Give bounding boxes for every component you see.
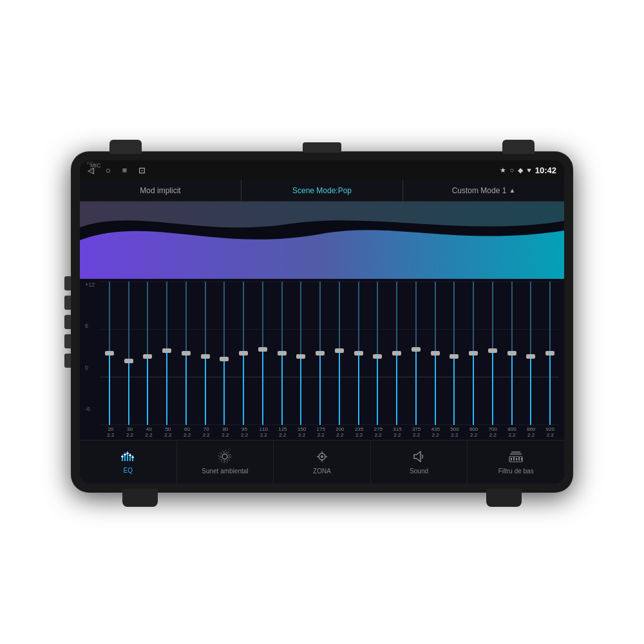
slider-thumb-21[interactable]: [507, 351, 516, 355]
slider-col-5[interactable]: [196, 281, 214, 425]
slider-col-3[interactable]: [158, 281, 176, 425]
slider-thumb-23[interactable]: [545, 351, 554, 355]
slider-col-2[interactable]: [139, 281, 157, 425]
slider-track-8[interactable]: [262, 281, 263, 425]
nav-item-eq[interactable]: EQ: [80, 440, 177, 484]
svg-point-11: [220, 452, 229, 461]
slider-thumb-15[interactable]: [392, 351, 401, 355]
q-val-6: 2.2: [222, 432, 229, 439]
slider-thumb-13[interactable]: [354, 351, 363, 355]
slider-thumb-16[interactable]: [412, 347, 421, 352]
slider-thumb-22[interactable]: [526, 354, 535, 359]
q-val-8: 2.2: [260, 432, 267, 439]
slider-col-12[interactable]: [330, 281, 348, 425]
slider-col-20[interactable]: [484, 281, 502, 425]
slider-thumb-19[interactable]: [469, 351, 478, 355]
svg-rect-6: [124, 454, 126, 455]
nav-item-sound[interactable]: Sound: [371, 440, 468, 484]
slider-track-6[interactable]: [223, 281, 225, 425]
slider-col-11[interactable]: [311, 281, 329, 425]
slider-track-21[interactable]: [511, 281, 513, 425]
slider-track-15[interactable]: [396, 281, 397, 425]
slider-col-14[interactable]: [369, 281, 387, 425]
slider-track-14[interactable]: [377, 281, 378, 425]
slider-track-22[interactable]: [530, 281, 531, 425]
q-val-23: 2.2: [547, 432, 554, 439]
side-btn-2[interactable]: [64, 296, 71, 310]
slider-track-9[interactable]: [281, 281, 283, 425]
slider-col-18[interactable]: [446, 281, 464, 425]
slider-col-19[interactable]: [464, 281, 482, 425]
sound-icon: [412, 450, 426, 465]
slider-thumb-3[interactable]: [162, 348, 171, 353]
recent-icon[interactable]: ⊡: [138, 166, 146, 175]
slider-track-20[interactable]: [492, 281, 493, 425]
home-icon[interactable]: ○: [106, 166, 111, 175]
slider-col-17[interactable]: [426, 281, 444, 425]
slider-col-15[interactable]: [388, 281, 406, 425]
mode-implicit[interactable]: Mod implicit: [80, 180, 242, 201]
slider-track-5[interactable]: [205, 281, 206, 425]
slider-col-6[interactable]: [216, 281, 234, 425]
slider-col-1[interactable]: [120, 281, 138, 425]
slider-col-0[interactable]: [100, 281, 118, 425]
slider-col-8[interactable]: [254, 281, 272, 425]
slider-track-17[interactable]: [435, 281, 436, 425]
slider-thumb-17[interactable]: [431, 351, 440, 355]
side-btn-1[interactable]: [64, 276, 71, 290]
slider-track-10[interactable]: [300, 281, 301, 425]
slider-track-4[interactable]: [185, 281, 187, 425]
slider-track-2[interactable]: [147, 281, 148, 425]
slider-thumb-12[interactable]: [335, 348, 344, 353]
slider-col-4[interactable]: [177, 281, 195, 425]
side-btn-5[interactable]: [64, 354, 71, 368]
mode-scene[interactable]: Scene Mode:Pop: [242, 180, 403, 201]
slider-thumb-9[interactable]: [278, 351, 287, 355]
slider-thumb-1[interactable]: [124, 359, 133, 363]
slider-thumb-11[interactable]: [316, 351, 325, 355]
slider-col-21[interactable]: [503, 281, 521, 425]
menu-icon[interactable]: ≡: [122, 166, 128, 175]
slider-track-3[interactable]: [166, 281, 167, 425]
slider-thumb-8[interactable]: [258, 347, 267, 352]
slider-col-23[interactable]: [541, 281, 559, 425]
slider-track-1[interactable]: [128, 281, 129, 425]
side-btn-3[interactable]: [64, 315, 71, 329]
slider-thumb-20[interactable]: [488, 348, 497, 353]
slider-col-10[interactable]: [292, 281, 310, 425]
mode-custom[interactable]: Custom Mode 1 ▲: [403, 180, 564, 201]
slider-track-19[interactable]: [473, 281, 474, 425]
slider-track-12[interactable]: [339, 281, 340, 425]
slider-thumb-6[interactable]: [220, 357, 229, 361]
side-btn-4[interactable]: [64, 334, 71, 348]
slider-track-11[interactable]: [319, 281, 321, 425]
slider-thumb-0[interactable]: [105, 351, 114, 355]
slider-track-7[interactable]: [243, 281, 244, 425]
slider-thumb-18[interactable]: [450, 354, 459, 359]
slider-col-7[interactable]: [234, 281, 252, 425]
fc-val-23: 920: [546, 426, 554, 433]
nav-item-sunet[interactable]: Sunet ambiental: [177, 440, 274, 484]
slider-thumb-10[interactable]: [296, 354, 305, 359]
slider-thumb-5[interactable]: [201, 354, 210, 359]
slider-col-13[interactable]: [350, 281, 368, 425]
slider-track-16[interactable]: [415, 281, 417, 425]
slider-track-18[interactable]: [453, 281, 455, 425]
fq-col-22: 8602.2: [522, 426, 540, 439]
fq-col-14: 2752.2: [369, 426, 387, 439]
slider-col-22[interactable]: [522, 281, 540, 425]
slider-col-9[interactable]: [273, 281, 291, 425]
slider-col-16[interactable]: [407, 281, 425, 425]
nav-label-zona: ZONA: [313, 468, 331, 475]
slider-fill-0: [109, 353, 110, 424]
slider-track-0[interactable]: [109, 281, 110, 425]
slider-thumb-14[interactable]: [373, 354, 382, 359]
nav-item-zona[interactable]: ZONA: [274, 440, 371, 484]
slider-thumb-7[interactable]: [239, 351, 248, 355]
bracket-bottom-left: [122, 489, 158, 507]
slider-thumb-4[interactable]: [182, 351, 191, 355]
slider-track-13[interactable]: [358, 281, 359, 425]
nav-item-filtru[interactable]: Filtru de bas: [468, 440, 564, 484]
slider-thumb-2[interactable]: [143, 354, 152, 359]
slider-track-23[interactable]: [549, 281, 551, 425]
